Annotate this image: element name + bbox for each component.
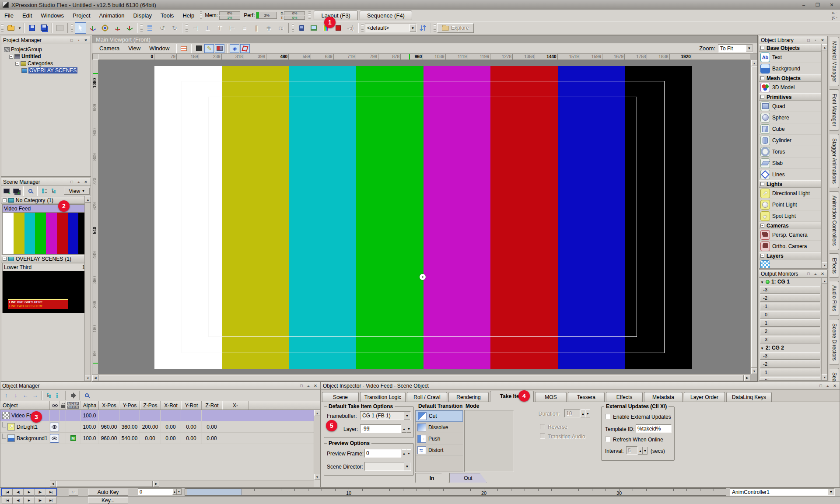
maximize-panel-icon[interactable]: □ — [298, 383, 304, 388]
move-up-button[interactable]: ↑ — [2, 391, 10, 400]
tab-in[interactable]: In — [415, 473, 448, 483]
viewport-hscrollbar[interactable]: ◀ ▶ — [92, 374, 750, 381]
reverse-checkbox[interactable] — [540, 424, 545, 429]
monitor-row[interactable]: 1: CG 1 1: CG 1 — [759, 278, 821, 286]
blank-tool-button[interactable] — [54, 22, 66, 34]
framebuffer-combo[interactable]: CG 1 (FB 1) ▼ — [360, 411, 411, 420]
scroll-right-icon[interactable]: ▶ — [744, 375, 750, 381]
inspector-tab[interactable]: Layer Order — [684, 392, 725, 402]
maximize-panel-icon[interactable]: □ — [805, 37, 812, 43]
interval-input[interactable]: 5 — [626, 446, 637, 455]
zoom-combo[interactable]: To Fit ▼ — [718, 44, 753, 52]
scroll-down-icon[interactable]: ▼ — [85, 375, 91, 381]
timeline-ruler[interactable]: 0102030 — [185, 488, 726, 496]
explore-button[interactable]: Explore — [437, 23, 474, 33]
collapse-icon[interactable]: − — [760, 46, 764, 50]
menu-item[interactable]: Display — [129, 10, 156, 20]
lock-cell[interactable] — [60, 421, 66, 432]
alpha-cell[interactable]: 100.0 — [80, 433, 99, 444]
default-profile-combo[interactable]: <default> ▼ — [365, 24, 416, 32]
tab-layout[interactable]: Layout (F3) — [314, 10, 357, 20]
viewport-menu-item[interactable]: Window — [145, 44, 174, 53]
monitor-row[interactable]: 3 3 — [759, 336, 821, 344]
redo-button[interactable]: ↻ — [169, 22, 180, 34]
column-header[interactable]: Alpha — [80, 401, 99, 410]
maximize-button[interactable]: ❐ — [812, 1, 823, 8]
scroll-right-icon[interactable]: ▶ — [153, 481, 159, 487]
column-header[interactable]: Z-Rot — [202, 401, 222, 410]
collapse-icon[interactable]: − — [3, 257, 7, 261]
xpos-cell[interactable]: 960.00 — [99, 421, 119, 432]
visibility-cell[interactable] — [50, 433, 60, 444]
object-name-cell[interactable]: DirLight1 — [0, 421, 50, 432]
alpha-cell[interactable]: 100.0 — [80, 421, 99, 432]
draw-mode-button[interactable]: ✎ — [204, 44, 214, 53]
scrollbar-thumb[interactable] — [99, 375, 744, 381]
inspector-tab[interactable]: Scene — [322, 392, 359, 402]
close-panel-icon[interactable]: ✕ — [83, 179, 89, 185]
collapse-icon[interactable]: − — [760, 254, 764, 258]
undo-button[interactable]: ↺ — [157, 22, 168, 34]
menu-item[interactable]: Help — [178, 10, 199, 20]
pin-panel-icon[interactable]: ⫠ — [76, 179, 82, 185]
pin-panel-icon[interactable]: ⫠ — [305, 383, 312, 388]
spin-up-icon[interactable]: ▲ — [581, 410, 585, 417]
spin-down-icon[interactable]: ▼ — [406, 425, 411, 433]
column-header[interactable]: Z-Pos — [140, 401, 161, 410]
tab-out[interactable]: Out — [449, 473, 487, 483]
align-tool-button[interactable]: ⊢ — [226, 22, 238, 34]
library-row[interactable]: − 3D Model 3D Model — [759, 82, 821, 93]
align-tool-button[interactable]: ≡ — [238, 22, 250, 34]
monitor-view-button[interactable] — [296, 22, 307, 34]
xpos-cell[interactable] — [99, 410, 119, 421]
object-manager-hscrollbar[interactable]: ◀ ▶ — [50, 480, 314, 487]
orbit-tool-button[interactable] — [99, 22, 111, 34]
scene-layers-button[interactable] — [144, 22, 156, 34]
library-row[interactable]: − Torus Torus — [759, 146, 821, 158]
scroll-up-icon[interactable]: ▲ — [85, 196, 91, 203]
scene-thumbnail-colorbars[interactable] — [3, 212, 89, 254]
menu-item[interactable]: File — [0, 10, 18, 20]
layer-slot[interactable]: 1 — [760, 319, 820, 327]
flags-cell[interactable] — [66, 433, 80, 444]
column-header[interactable]: X-Pos — [99, 401, 119, 410]
spin-down-icon[interactable]: ▼ — [643, 447, 648, 455]
pin-panel-icon[interactable]: ⫠ — [76, 37, 82, 43]
library-row[interactable]: − Lights Lights — [759, 180, 821, 188]
align-tool-button[interactable]: ⊤ — [214, 22, 225, 34]
wireframe-toggle-button[interactable] — [240, 44, 250, 53]
open-dropdown-arrow[interactable]: ▼ — [17, 22, 22, 34]
chevron-down-icon[interactable]: ▼ — [746, 45, 752, 52]
add-scene-group-button[interactable]: + — [12, 187, 21, 195]
flags-cell[interactable] — [66, 421, 80, 432]
column-flags[interactable]: MCEPSKGD — [66, 401, 80, 410]
transport-button[interactable]: |▶ — [35, 489, 46, 496]
layer-slot[interactable]: 3 — [760, 336, 820, 343]
grid-toggle-button[interactable] — [194, 44, 203, 53]
move-right-button[interactable]: → — [31, 391, 39, 400]
transition-option[interactable]: Dissolve — [416, 422, 463, 433]
column-object[interactable]: Object — [0, 401, 50, 410]
layer-slot[interactable]: 0 — [760, 311, 820, 318]
maximize-panel-icon[interactable]: □ — [69, 179, 75, 185]
collapse-icon[interactable]: − — [9, 55, 13, 59]
layer-slot[interactable]: -1 — [760, 303, 820, 310]
layer-slot[interactable]: -2 — [760, 360, 820, 368]
dock-tab[interactable]: Effects — [830, 253, 839, 278]
visibility-cell[interactable] — [50, 410, 60, 421]
scene-director-combo[interactable]: ▼ — [364, 462, 411, 471]
monitor-row[interactable]: -1 -1 — [759, 302, 821, 311]
table-row[interactable]: Background1 100.0 960.00 540.00 0.00 0.0… — [0, 433, 320, 444]
monitor-row[interactable]: 0 0 — [759, 377, 821, 380]
scroll-down-icon[interactable]: ▼ — [751, 368, 757, 374]
close-panel-icon[interactable]: ✕ — [312, 383, 318, 388]
library-row[interactable]: − Lines Lines — [759, 169, 821, 180]
spin-down-icon[interactable]: ▼ — [585, 410, 590, 417]
monitor-row[interactable]: 0 0 — [759, 311, 821, 319]
close-panel-icon[interactable]: ✕ — [832, 383, 838, 388]
library-row[interactable]: − — [759, 259, 821, 268]
dock-tab[interactable]: Audio Files — [830, 281, 839, 315]
viewport-menu-item[interactable]: View — [124, 44, 145, 53]
preview-frame-spinner[interactable]: ▲▼ — [402, 449, 411, 457]
interval-spinner[interactable]: ▲▼ — [638, 447, 648, 455]
